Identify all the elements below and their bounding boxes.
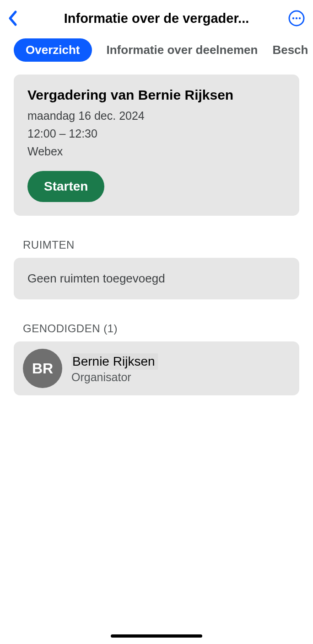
svg-point-2 <box>296 17 297 19</box>
meeting-platform: Webex <box>27 145 286 158</box>
meeting-summary-card: Vergadering van Bernie Rijksen maandag 1… <box>14 75 299 216</box>
back-button[interactable] <box>7 9 26 27</box>
meeting-title: Vergadering van Bernie Rijksen <box>27 87 286 103</box>
chevron-left-icon <box>7 10 17 27</box>
more-options-button[interactable] <box>287 9 306 27</box>
tab-description[interactable]: Besch <box>272 38 308 62</box>
invitees-section-label: GENODIGDEN (1) <box>0 322 313 341</box>
tab-overview[interactable]: Overzicht <box>14 38 92 62</box>
page-title: Informatie over de vergader... <box>26 11 287 26</box>
rooms-card: Geen ruimten toegevoegd <box>14 258 299 299</box>
invitee-info: Bernie Rijksen Organisator <box>71 353 290 384</box>
rooms-section-label: RUIMTEN <box>0 239 313 258</box>
invitee-name: Bernie Rijksen <box>71 353 158 370</box>
tab-join-info[interactable]: Informatie over deelnemen <box>107 38 258 62</box>
home-indicator <box>111 634 202 638</box>
invitee-role: Organisator <box>71 371 290 384</box>
ellipsis-circle-icon <box>288 10 305 27</box>
invitee-row[interactable]: BR Bernie Rijksen Organisator <box>14 341 299 395</box>
meeting-time: 12:00 – 12:30 <box>27 127 286 140</box>
meeting-date: maandag 16 dec. 2024 <box>27 109 286 122</box>
start-meeting-button[interactable]: Starten <box>27 171 104 202</box>
avatar: BR <box>23 349 62 388</box>
svg-point-1 <box>292 17 294 19</box>
app-header: Informatie over de vergader... <box>0 0 313 38</box>
svg-point-3 <box>299 17 301 19</box>
tabs: Overzicht Informatie over deelnemen Besc… <box>0 38 313 75</box>
rooms-empty-text: Geen ruimten toegevoegd <box>27 271 286 286</box>
